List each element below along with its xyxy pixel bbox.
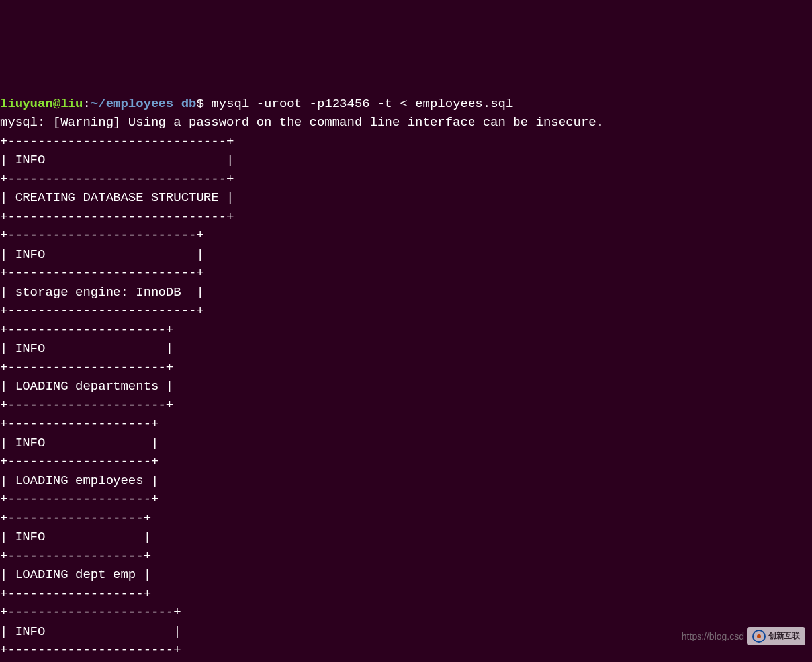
table-header: | INFO | [0,530,151,544]
table-border: +-------------------+ [0,454,158,469]
terminal-window[interactable]: liuyuan@liu:~/employees_db$ mysql -uroot… [0,75,812,662]
table-header: | INFO | [0,624,181,639]
warning-output: mysql: [Warning] Using a password on the… [0,115,604,130]
prompt-dollar: $ [196,97,211,111]
table-border: +---------------------+ [0,360,173,375]
table-border: +----------------------+ [0,643,181,657]
table-border: +-----------------------------+ [0,172,234,186]
table-border: +-----------------------------+ [0,210,234,224]
table-border: +------------------+ [0,587,151,601]
table-border: +------------------+ [0,549,151,563]
table-border: +---------------------+ [0,398,173,413]
prompt-user: liuyuan@liu [0,97,83,111]
table-border: +-----------------------------+ [0,134,234,149]
watermark-logo: 创新互联 [747,627,805,645]
prompt-path: ~/employees_db [91,97,197,111]
table-row: | LOADING employees | [0,474,158,488]
table-row: | storage engine: InnoDB | [0,285,204,300]
table-border: +-------------------------+ [0,228,204,243]
table-border: +---------------------+ [0,323,173,337]
table-row: | LOADING departments | [0,379,173,393]
watermark-url: https://blog.csd [682,630,744,643]
table-row: | CREATING DATABASE STRUCTURE | [0,190,234,205]
prompt-line: liuyuan@liu:~/employees_db$ mysql -uroot… [0,97,513,111]
prompt-colon: : [83,97,90,111]
command-text: mysql -uroot -p123456 -t < employees.sql [211,97,513,111]
table-border: +----------------------+ [0,605,181,620]
table-header: | INFO | [0,436,158,450]
table-border: +------------------+ [0,511,151,526]
table-header: | INFO | [0,247,204,262]
table-border: +-------------------+ [0,417,158,431]
watermark-logo-text: 创新互联 [768,630,800,642]
table-header: | INFO | [0,153,234,167]
table-border: +-------------------------+ [0,304,204,318]
table-header: | INFO | [0,341,173,356]
watermark: https://blog.csd 创新互联 [682,627,805,645]
table-border: +-------------------+ [0,492,158,507]
table-border: +-------------------------+ [0,266,204,280]
watermark-logo-icon [752,630,766,643]
table-row: | LOADING dept_emp | [0,567,151,582]
